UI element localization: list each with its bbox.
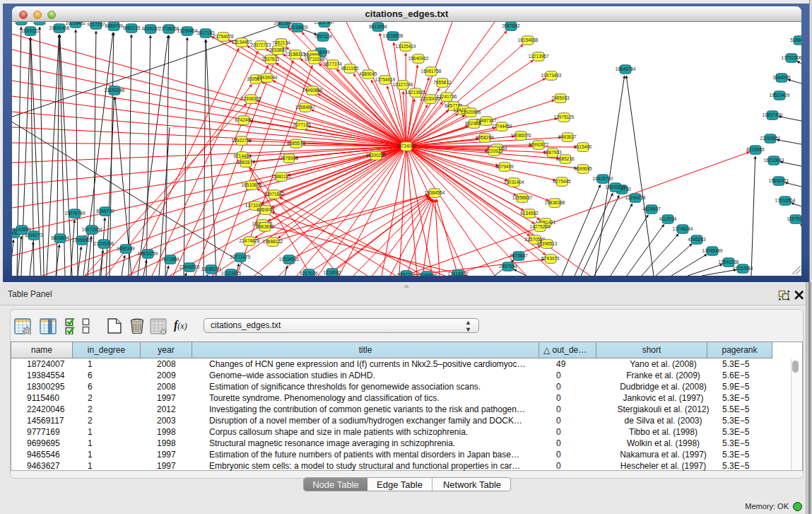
svg-text:15640910: 15640910	[408, 56, 429, 61]
svg-text:16210643: 16210643	[764, 158, 784, 163]
svg-text:16213925: 16213925	[406, 90, 426, 95]
svg-text:22744459: 22744459	[492, 124, 512, 129]
svg-text:19299464: 19299464	[177, 28, 198, 33]
svg-text:7671884: 7671884	[161, 257, 180, 262]
svg-text:16396513: 16396513	[537, 241, 558, 246]
svg-text:13241736: 13241736	[437, 94, 457, 99]
svg-text:8134562: 8134562	[520, 211, 539, 216]
svg-text:18300295: 18300295	[366, 153, 387, 158]
svg-text:4439167: 4439167	[141, 26, 160, 31]
svg-text:7857224: 7857224	[314, 34, 332, 39]
svg-text:19085076: 19085076	[511, 133, 531, 138]
svg-text:9983893: 9983893	[256, 224, 274, 229]
svg-text:3644095: 3644095	[772, 75, 791, 80]
svg-text:12416912: 12416912	[448, 271, 469, 276]
svg-text:8215955: 8215955	[746, 147, 765, 152]
svg-text:16415740: 16415740	[593, 176, 613, 181]
svg-text:5188470: 5188470	[790, 37, 801, 42]
svg-text:17016504: 17016504	[775, 198, 796, 203]
svg-text:22992872: 22992872	[529, 142, 549, 147]
svg-text:16033809: 16033809	[288, 25, 308, 30]
svg-text:16072954: 16072954	[82, 227, 102, 232]
svg-text:13325419: 13325419	[396, 44, 416, 49]
svg-text:1890399: 1890399	[117, 246, 135, 251]
svg-text:9887903: 9887903	[543, 150, 562, 155]
svg-text:4735650: 4735650	[30, 22, 49, 23]
svg-text:8685577: 8685577	[287, 141, 305, 146]
svg-text:9875847: 9875847	[510, 253, 528, 258]
svg-text:9217207: 9217207	[87, 22, 105, 27]
svg-text:2537611: 2537611	[262, 57, 280, 62]
svg-text:14275203: 14275203	[530, 224, 551, 229]
svg-text:8811165: 8811165	[341, 66, 359, 71]
svg-text:13748244: 13748244	[673, 226, 693, 231]
svg-text:8079409: 8079409	[495, 164, 514, 169]
svg-text:6357277: 6357277	[397, 272, 416, 276]
svg-text:9115460: 9115460	[575, 144, 592, 149]
svg-text:10973493: 10973493	[541, 73, 562, 78]
svg-text:6742460: 6742460	[235, 117, 253, 122]
svg-text:6217026: 6217026	[300, 271, 318, 276]
svg-text:10327246: 10327246	[393, 82, 413, 87]
svg-text:10323815: 10323815	[221, 271, 242, 276]
svg-text:20031404: 20031404	[504, 180, 524, 185]
svg-text:4112034: 4112034	[659, 216, 677, 221]
svg-text:20772475: 20772475	[230, 255, 251, 259]
svg-text:10837430: 10837430	[763, 112, 783, 117]
svg-text:19832259: 19832259	[138, 251, 158, 256]
svg-text:13045349: 13045349	[702, 248, 723, 253]
svg-text:21200396: 21200396	[94, 241, 114, 246]
svg-text:22806503: 22806503	[180, 264, 200, 269]
svg-text:5793975: 5793975	[541, 256, 560, 261]
svg-text:2077105: 2077105	[293, 122, 311, 127]
svg-text:18992829: 18992829	[606, 185, 626, 189]
svg-text:3333883: 3333883	[269, 47, 287, 52]
svg-text:13701506: 13701506	[782, 55, 801, 60]
svg-text:11584847: 11584847	[295, 105, 316, 110]
svg-text:22474828: 22474828	[240, 238, 260, 243]
svg-text:16961758: 16961758	[421, 69, 442, 74]
svg-text:10228452: 10228452	[66, 22, 86, 25]
svg-text:19285201: 19285201	[201, 267, 222, 271]
svg-text:19523409: 19523409	[770, 93, 790, 98]
svg-text:18724007: 18724007	[396, 144, 417, 148]
svg-text:21754078: 21754078	[213, 34, 234, 39]
svg-text:15076749: 15076749	[65, 211, 86, 216]
svg-text:23487347: 23487347	[476, 118, 497, 123]
svg-text:17956909: 17956909	[72, 238, 93, 243]
svg-text:4389045: 4389045	[359, 71, 377, 76]
svg-text:9958289: 9958289	[476, 135, 494, 140]
svg-text:8396759: 8396759	[96, 209, 114, 214]
svg-text:9214491: 9214491	[233, 153, 252, 158]
svg-text:12920906: 12920906	[461, 110, 481, 115]
svg-text:8813054: 8813054	[369, 24, 387, 29]
svg-text:4245263: 4245263	[688, 237, 706, 242]
svg-text:16510878: 16510878	[242, 182, 262, 187]
svg-text:23188315: 23188315	[286, 52, 306, 57]
svg-text:3917183: 3917183	[196, 30, 215, 35]
svg-text:1218062: 1218062	[323, 270, 341, 275]
svg-text:23053346: 23053346	[105, 88, 125, 93]
svg-text:14460856: 14460856	[302, 88, 323, 93]
svg-text:23971842: 23971842	[264, 192, 285, 197]
svg-text:18922760: 18922760	[232, 138, 252, 143]
svg-text:15692971: 15692971	[769, 178, 789, 183]
svg-text:23706266: 23706266	[159, 26, 180, 31]
svg-text:20691406: 20691406	[49, 25, 70, 30]
svg-text:12975125: 12975125	[554, 115, 575, 119]
svg-text:1839221: 1839221	[21, 28, 40, 33]
svg-text:10710248: 10710248	[305, 57, 325, 62]
svg-text:13134457: 13134457	[232, 40, 252, 45]
svg-text:2876966: 2876966	[280, 156, 298, 160]
svg-text:8336273: 8336273	[25, 233, 43, 238]
svg-text:7485063: 7485063	[551, 95, 570, 100]
svg-text:4429607: 4429607	[642, 206, 661, 211]
svg-text:1167533: 1167533	[787, 216, 801, 221]
svg-text:15157347: 15157347	[314, 22, 335, 25]
svg-text:5685216: 5685216	[556, 156, 575, 161]
svg-text:15180586: 15180586	[417, 273, 437, 276]
svg-text:9699695: 9699695	[574, 166, 592, 171]
svg-text:10334531: 10334531	[279, 257, 300, 262]
svg-text:6482877: 6482877	[237, 160, 255, 165]
svg-text:5682115: 5682115	[123, 25, 141, 30]
